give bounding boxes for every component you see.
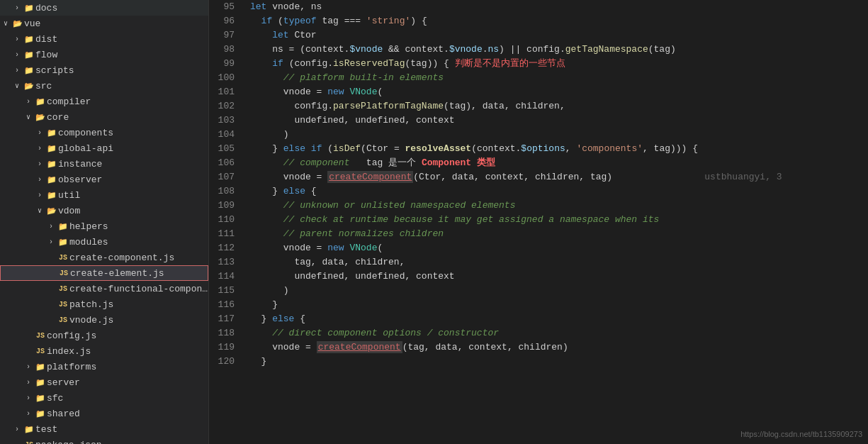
sidebar-item-create-element-js[interactable]: › JS create-element.js	[0, 265, 208, 281]
sidebar-item-compiler[interactable]: › 📁 compiler	[0, 94, 208, 109]
sidebar-item-create-component-js[interactable]: › JS create-component.js	[0, 250, 208, 265]
sidebar-item-test[interactable]: › 📁 test	[0, 421, 208, 437]
folder-icon: 📁	[34, 378, 47, 387]
chevron-right-icon: ›	[11, 67, 23, 74]
sidebar-item-server[interactable]: › 📁 server	[0, 374, 208, 390]
line-number: 101	[209, 85, 244, 99]
sidebar-item-index-js[interactable]: › JS index.js	[0, 343, 208, 359]
sidebar-item-label: compiler	[47, 96, 208, 107]
chevron-right-icon: ›	[11, 51, 23, 59]
line-number: 97	[209, 28, 244, 43]
chevron-right-icon: ›	[23, 363, 34, 371]
sidebar-item-src[interactable]: ∨ 📂 src	[0, 78, 208, 94]
code-table: 95 let vnode, ns 96 if (typeof tag === '…	[209, 0, 868, 369]
sidebar-item-label: config.js	[47, 331, 208, 341]
folder-icon: 📂	[23, 82, 35, 91]
line-number: 105	[209, 142, 244, 156]
sidebar-item-docs[interactable]: › 📁 docs	[0, 0, 208, 16]
sidebar-item-platforms[interactable]: › 📁 platforms	[0, 359, 208, 374]
code-line-120: 120 }	[209, 355, 868, 369]
sidebar-item-patch-js[interactable]: › JS patch.js	[0, 296, 208, 312]
line-number: 107	[209, 170, 244, 184]
line-number: 119	[209, 340, 244, 355]
line-number: 102	[209, 99, 244, 113]
sidebar-item-label: docs	[35, 3, 208, 13]
js-file-icon: JS	[57, 316, 69, 324]
sidebar-item-vdom[interactable]: ∨ 📂 vdom	[0, 203, 208, 218]
sidebar-item-package-json[interactable]: › JS package.json	[0, 437, 208, 444]
code-content: if (config.isReservedTag(tag)) { 判断是不是内置…	[244, 57, 868, 71]
code-line-115: 115 )	[209, 284, 868, 298]
sidebar-item-create-functional-component-js[interactable]: › JS create-functional-component.js	[0, 281, 208, 296]
line-number: 110	[209, 213, 244, 227]
code-content: // platform built-in elements	[244, 71, 868, 85]
sidebar-item-label: vue	[24, 18, 208, 29]
folder-icon: 📁	[23, 425, 35, 434]
code-line-105: 105 } else if (isDef(Ctor = resolveAsset…	[209, 142, 868, 156]
code-content: } else {	[244, 184, 868, 199]
sidebar-item-instance[interactable]: › 📁 instance	[0, 156, 208, 172]
sidebar-item-vnode-js[interactable]: › JS vnode.js	[0, 312, 208, 328]
code-line-96: 96 if (typeof tag === 'string') {	[209, 14, 868, 28]
code-line-117: 117 } else {	[209, 312, 868, 326]
sidebar-item-label: vnode.js	[69, 315, 208, 326]
sidebar-item-scripts[interactable]: › 📁 scripts	[0, 62, 208, 78]
chevron-right-icon: ›	[23, 98, 34, 106]
chevron-right-icon: ›	[11, 4, 23, 12]
folder-icon: 📁	[57, 238, 69, 247]
json-file-icon: JS	[23, 441, 35, 445]
sidebar-item-label: components	[58, 128, 208, 138]
folder-icon: 📁	[45, 175, 58, 184]
chevron-down-icon: ∨	[23, 113, 34, 121]
line-number: 100	[209, 71, 244, 85]
code-line-118: 118 // direct component options / constr…	[209, 326, 868, 340]
folder-icon: 📁	[23, 50, 35, 60]
code-line-113: 113 tag, data, children,	[209, 255, 868, 270]
sidebar-item-flow[interactable]: › 📁 flow	[0, 47, 208, 62]
code-content: vnode = createComponent(Ctor, data, cont…	[244, 170, 868, 184]
line-number: 106	[209, 156, 244, 170]
js-file-icon: JS	[34, 348, 47, 355]
code-content: )	[244, 284, 868, 298]
sidebar-item-sfc[interactable]: › 📁 sfc	[0, 390, 208, 406]
folder-icon: 📁	[23, 66, 35, 75]
line-number: 99	[209, 57, 244, 71]
chevron-right-icon: ›	[34, 192, 45, 199]
folder-icon: 📁	[34, 362, 47, 372]
code-line-101: 101 vnode = new VNode(	[209, 85, 868, 99]
code-content: // check at runtime because it may get a…	[244, 213, 868, 227]
line-number: 108	[209, 184, 244, 199]
folder-icon: 📁	[34, 394, 47, 403]
code-content: vnode = new VNode(	[244, 241, 868, 255]
js-file-icon: JS	[57, 285, 69, 293]
js-file-icon: JS	[57, 301, 69, 309]
sidebar-item-helpers[interactable]: › 📁 helpers	[0, 218, 208, 234]
code-content: } else {	[244, 312, 868, 326]
sidebar-item-label: create-element.js	[70, 268, 208, 279]
code-content: vnode = createComponent(tag, data, conte…	[244, 340, 868, 355]
line-number: 95	[209, 0, 244, 14]
sidebar-item-global-api[interactable]: › 📁 global-api	[0, 140, 208, 156]
sidebar-item-util[interactable]: › 📁 util	[0, 187, 208, 203]
sidebar-item-label: vdom	[58, 206, 208, 216]
sidebar-item-components[interactable]: › 📁 components	[0, 125, 208, 140]
sidebar-item-label: patch.js	[69, 299, 208, 310]
sidebar-item-modules[interactable]: › 📁 modules	[0, 234, 208, 250]
sidebar-item-vue[interactable]: ∨ 📂 vue	[0, 16, 208, 31]
sidebar-item-dist[interactable]: › 📁 dist	[0, 31, 208, 47]
line-number: 120	[209, 355, 244, 369]
code-line-104: 104 )	[209, 128, 868, 142]
code-editor: 95 let vnode, ns 96 if (typeof tag === '…	[209, 0, 868, 444]
sidebar-item-shared[interactable]: › 📁 shared	[0, 406, 208, 421]
sidebar-item-core[interactable]: ∨ 📂 core	[0, 109, 208, 125]
code-content: // component tag 是一个 Component 类型	[244, 156, 868, 170]
sidebar-item-config-js[interactable]: › JS config.js	[0, 328, 208, 343]
sidebar-item-label: server	[47, 377, 208, 388]
folder-icon: 📂	[11, 19, 24, 28]
file-tree: › 📁 docs ∨ 📂 vue › 📁 dist › 📁 flow › 📁 s…	[0, 0, 209, 444]
code-line-111: 111 // parent normalizes children	[209, 227, 868, 241]
sidebar-item-observer[interactable]: › 📁 observer	[0, 172, 208, 187]
chevron-down-icon: ∨	[34, 206, 45, 215]
code-line-95: 95 let vnode, ns	[209, 0, 868, 14]
folder-icon: 📁	[45, 191, 58, 200]
